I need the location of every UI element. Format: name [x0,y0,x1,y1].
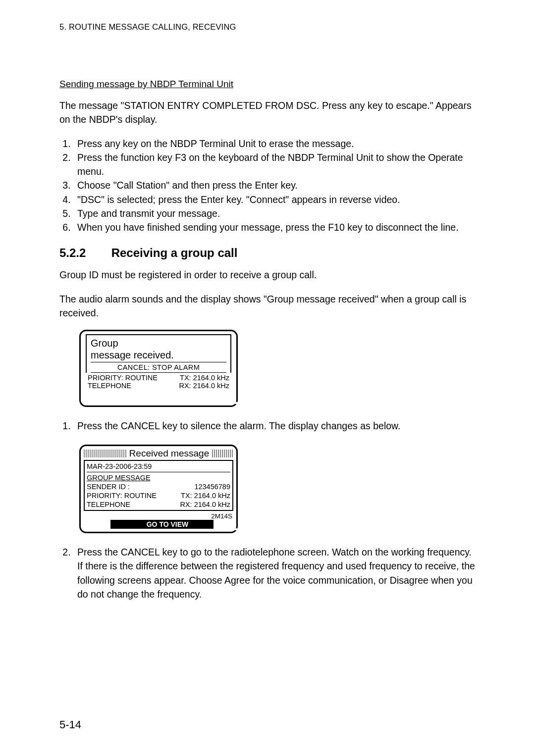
display1-line2: message received. [91,349,226,361]
receive-steps-list: Press the CANCEL key to silence the alar… [59,419,476,433]
display1-rx: RX: 2164.0 kHz [179,382,229,390]
page-header: 5. ROUTINE MESSAGE CALLING, RECEVING [59,22,476,32]
display1-telephone: TELEPHONE [88,382,131,390]
list-item: When you have finished sending your mess… [73,220,476,234]
alarm-paragraph: The audio alarm sounds and the display s… [59,292,476,320]
received-date: MAR-23-2006-23:59 [87,462,230,472]
stripe-decor [84,450,126,457]
nbdp-steps-list: Press any key on the NBDP Terminal Unit … [59,137,476,235]
group-id-paragraph: Group ID must be registered in order to … [59,268,476,282]
tx-value: TX: 2164.0 kHz [181,491,230,500]
section-heading: 5.2.2 Receiving a group call [59,246,476,260]
sender-id-value: 123456789 [194,482,230,491]
list-item: Press the function key F3 on the keyboar… [73,151,476,179]
section-title: Receiving a group call [111,246,238,259]
received-message-title: Received message [129,448,210,459]
nbdp-subheading: Sending message by NBDP Terminal Unit [59,79,476,90]
sender-id-label: SENDER ID : [87,482,130,491]
page-number: 5-14 [59,718,81,731]
display1-tx: TX: 2164.0 kHz [180,374,229,382]
display1-line1: Group [91,337,226,349]
list-item: Choose "Call Station" and then press the… [73,178,476,192]
intro-paragraph: The message "STATION ENTRY COMPLETED FRO… [59,99,476,127]
receive-steps-list-cont: Press the CANCEL key to go to the radiot… [59,545,476,601]
stripe-decor [212,450,233,457]
display1-priority: PRIORITY: ROUTINE [88,374,158,382]
list-item: Press any key on the NBDP Terminal Unit … [73,137,476,151]
go-to-view-button: GO TO VIEW [147,520,189,528]
display-received-message: Received message MAR-23-2006-23:59 GROUP… [79,445,238,533]
telephone-label: TELEPHONE [87,500,130,509]
rx-value: RX: 2164.0 kHz [180,500,230,509]
display1-cancel-label: CANCEL: STOP ALARM [91,362,226,373]
list-item: "DSC" is selected; press the Enter key. … [73,193,476,206]
display-group-received: Group message received. CANCEL: STOP ALA… [79,330,238,407]
list-item: Press the CANCEL key to silence the alar… [73,419,476,433]
group-message-label: GROUP MESSAGE [87,473,230,482]
section-number: 5.2.2 [59,246,108,260]
list-item: Type and transmit your message. [73,206,476,220]
priority-label: PRIORITY: ROUTINE [87,491,157,500]
elapsed-time: 2M14S [81,512,236,520]
list-item: Press the CANCEL key to go to the radiot… [73,545,476,601]
